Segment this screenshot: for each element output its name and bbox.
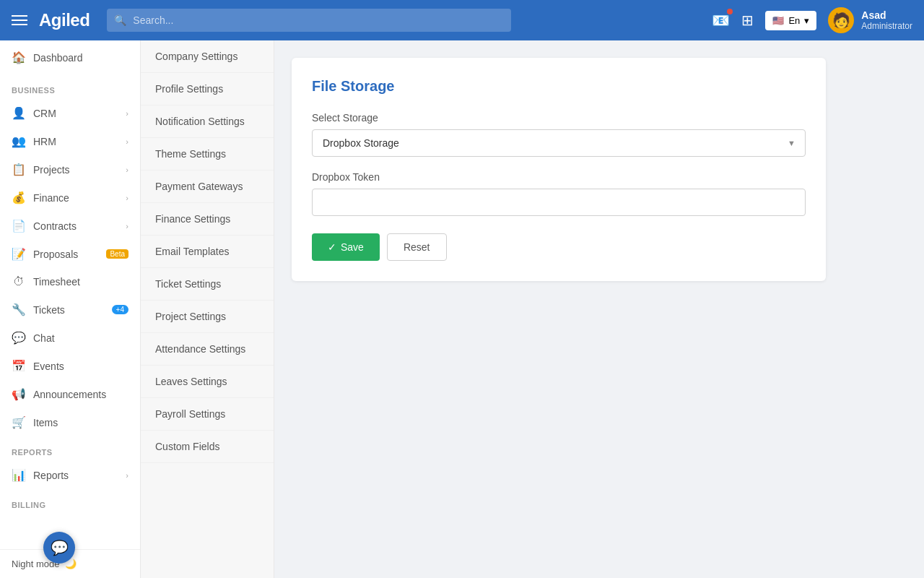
sidebar-item-announcements[interactable]: 📢 Announcements: [0, 380, 140, 408]
sidebar-item-tickets[interactable]: 🔧 Tickets +4: [0, 296, 140, 324]
sidebar-item-label: Dashboard: [33, 52, 128, 64]
tickets-count-badge: +4: [112, 305, 128, 314]
settings-item-email[interactable]: Email Templates: [141, 236, 274, 268]
settings-item-leaves[interactable]: Leaves Settings: [141, 366, 274, 398]
chevron-down-icon: ▾: [804, 15, 809, 26]
save-button[interactable]: ✓ Save: [312, 233, 380, 261]
avatar: 🧑: [828, 7, 854, 33]
home-icon: 🏠: [12, 51, 26, 64]
search-wrapper: [107, 9, 511, 32]
notification-icon[interactable]: 📧: [712, 12, 730, 29]
sidebar-item-crm[interactable]: 👤 CRM ›: [0, 99, 140, 127]
left-sidebar: 🏠 Dashboard BUSINESS 👤 CRM › 👥 HRM › 📋 P…: [0, 40, 141, 578]
lang-label: En: [788, 15, 800, 26]
sidebar-item-hrm[interactable]: 👥 HRM ›: [0, 127, 140, 155]
sidebar-item-finance[interactable]: 💰 Finance ›: [0, 184, 140, 212]
sidebar-item-label: Tickets: [33, 304, 105, 316]
token-group: Dropbox Token: [312, 171, 806, 216]
chevron-right-icon: ›: [126, 109, 128, 118]
settings-item-project[interactable]: Project Settings: [141, 301, 274, 333]
action-buttons: ✓ Save Reset: [312, 233, 806, 261]
sidebar-item-label: Reports: [33, 470, 118, 481]
logo: Agiled: [39, 10, 90, 30]
main-content: File Storage Select Storage Dropbox Stor…: [274, 40, 924, 578]
select-storage-label: Select Storage: [312, 112, 806, 124]
sidebar-item-label: Finance: [33, 192, 118, 204]
section-label-reports: REPORTS: [0, 436, 140, 461]
projects-icon: 📋: [12, 163, 26, 176]
reports-icon: 📊: [12, 468, 26, 482]
sidebar-item-label: CRM: [33, 108, 118, 119]
checkmark-icon: ✓: [328, 241, 336, 253]
user-role: Administrator: [861, 21, 912, 31]
sidebar-item-reports[interactable]: 📊 Reports ›: [0, 461, 140, 489]
sidebar-item-label: Contracts: [33, 220, 118, 232]
settings-item-profile[interactable]: Profile Settings: [141, 73, 274, 105]
sidebar-item-label: Events: [33, 361, 128, 372]
reset-button[interactable]: Reset: [387, 233, 447, 261]
user-info[interactable]: 🧑 Asad Administrator: [828, 7, 912, 33]
settings-item-payment[interactable]: Payment Gateways: [141, 171, 274, 203]
announcements-icon: 📢: [12, 387, 26, 401]
chevron-right-icon: ›: [126, 194, 128, 202]
chevron-right-icon: ›: [126, 137, 128, 146]
tickets-icon: 🔧: [12, 303, 26, 316]
apps-icon[interactable]: ⊞: [741, 12, 754, 29]
settings-item-finance[interactable]: Finance Settings: [141, 203, 274, 236]
sidebar-item-contracts[interactable]: 📄 Contracts ›: [0, 212, 140, 240]
settings-item-custom-fields[interactable]: Custom Fields: [141, 431, 274, 463]
sidebar-item-dashboard[interactable]: 🏠 Dashboard: [0, 40, 140, 74]
chevron-right-icon: ›: [126, 165, 128, 174]
sidebar-item-chat[interactable]: 💬 Chat: [0, 324, 140, 352]
settings-item-company[interactable]: Company Settings: [141, 40, 274, 73]
sidebar-item-events[interactable]: 📅 Events: [0, 352, 140, 380]
user-name: Asad: [861, 9, 912, 21]
flag-icon: 🇺🇸: [772, 15, 784, 26]
sidebar-item-label: HRM: [33, 136, 118, 147]
storage-select[interactable]: Dropbox Storage Local Storage Amazon S3 …: [312, 129, 806, 157]
select-storage-group: Select Storage Dropbox Storage Local Sto…: [312, 112, 806, 157]
section-label-billing: BILLING: [0, 489, 140, 514]
sidebar-item-projects[interactable]: 📋 Projects ›: [0, 155, 140, 184]
sidebar-item-label: Projects: [33, 164, 118, 176]
chevron-right-icon: ›: [126, 222, 128, 230]
sidebar-item-label: Announcements: [33, 389, 128, 400]
settings-item-notification[interactable]: Notification Settings: [141, 105, 274, 138]
timesheet-icon: ⏱: [12, 275, 26, 288]
events-icon: 📅: [12, 359, 26, 373]
token-label: Dropbox Token: [312, 171, 806, 183]
sidebar-item-items[interactable]: 🛒 Items: [0, 408, 140, 436]
storage-select-wrapper: Dropbox Storage Local Storage Amazon S3 …: [312, 129, 806, 157]
language-button[interactable]: 🇺🇸 En ▾: [765, 11, 816, 30]
file-storage-card: File Storage Select Storage Dropbox Stor…: [292, 58, 826, 281]
page-title: File Storage: [312, 78, 806, 95]
dropbox-token-input[interactable]: [312, 189, 806, 216]
settings-item-ticket[interactable]: Ticket Settings: [141, 268, 274, 301]
chat-bubble[interactable]: 💬: [43, 532, 75, 564]
proposals-icon: 📝: [12, 247, 26, 261]
settings-item-attendance[interactable]: Attendance Settings: [141, 333, 274, 366]
settings-item-payroll[interactable]: Payroll Settings: [141, 398, 274, 431]
save-label: Save: [341, 241, 364, 253]
hrm-icon: 👥: [12, 134, 26, 148]
sidebar-item-label: Proposals: [33, 249, 99, 260]
settings-item-theme[interactable]: Theme Settings: [141, 138, 274, 171]
section-label-business: BUSINESS: [0, 74, 140, 99]
finance-icon: 💰: [12, 191, 26, 204]
items-icon: 🛒: [12, 415, 26, 429]
crm-icon: 👤: [12, 106, 26, 120]
chat-icon: 💬: [12, 331, 26, 345]
header: Agiled 📧 ⊞ 🇺🇸 En ▾ 🧑 Asad Administrator: [0, 0, 924, 40]
sidebar-item-label: Items: [33, 417, 128, 428]
body-wrapper: 🏠 Dashboard BUSINESS 👤 CRM › 👥 HRM › 📋 P…: [0, 40, 924, 578]
beta-badge: Beta: [106, 249, 128, 259]
sidebar-item-label: Chat: [33, 332, 128, 344]
sidebar-item-timesheet[interactable]: ⏱ Timesheet: [0, 268, 140, 296]
header-right: 📧 ⊞ 🇺🇸 En ▾ 🧑 Asad Administrator: [712, 7, 912, 33]
chevron-right-icon: ›: [126, 471, 128, 480]
menu-icon[interactable]: [12, 15, 27, 25]
settings-sidebar: Company Settings Profile Settings Notifi…: [141, 40, 274, 578]
sidebar-item-label: Timesheet: [33, 276, 128, 288]
search-input[interactable]: [107, 9, 511, 32]
sidebar-item-proposals[interactable]: 📝 Proposals Beta: [0, 240, 140, 268]
